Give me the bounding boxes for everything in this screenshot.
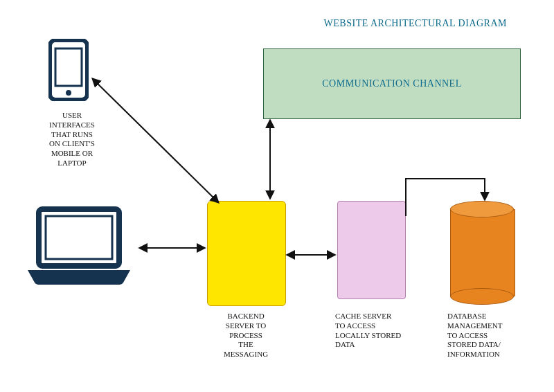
database-cylinder xyxy=(450,201,514,305)
user-interfaces-label: USERINTERFACESTHAT RUNSON CLIENT'SMOBILE… xyxy=(37,111,107,168)
laptop-icon xyxy=(24,206,134,288)
communication-channel-box: COMMUNICATION CHANNEL xyxy=(263,48,521,119)
cache-server-box xyxy=(337,201,406,299)
mobile-icon xyxy=(48,39,89,101)
svg-line-5 xyxy=(93,79,218,202)
database-label: DATABASEMANAGEMENTTO ACCESSSTORED DATA/I… xyxy=(447,312,524,359)
svg-point-2 xyxy=(66,90,71,96)
communication-channel-label: COMMUNICATION CHANNEL xyxy=(322,78,461,89)
svg-rect-3 xyxy=(39,209,119,266)
svg-rect-1 xyxy=(55,48,82,86)
cache-label: CACHE SERVERTO ACCESSLOCALLY STOREDDATA xyxy=(335,312,411,350)
backend-label: BACKENDSERVER TOPROCESSTHEMESSAGING xyxy=(213,312,278,359)
svg-rect-4 xyxy=(46,216,112,259)
diagram-title: WEBSITE ARCHITECTURAL DIAGRAM xyxy=(324,18,507,29)
backend-server-box xyxy=(207,201,286,306)
